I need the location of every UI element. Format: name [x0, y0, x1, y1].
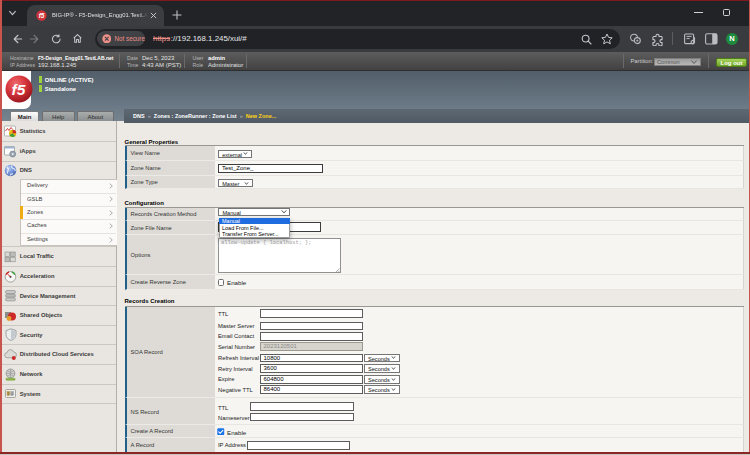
svg-text:f5: f5 [11, 81, 25, 98]
svg-text:0: 0 [11, 392, 13, 396]
svg-text:f5: f5 [39, 12, 45, 19]
svg-text:1: 1 [7, 392, 9, 396]
